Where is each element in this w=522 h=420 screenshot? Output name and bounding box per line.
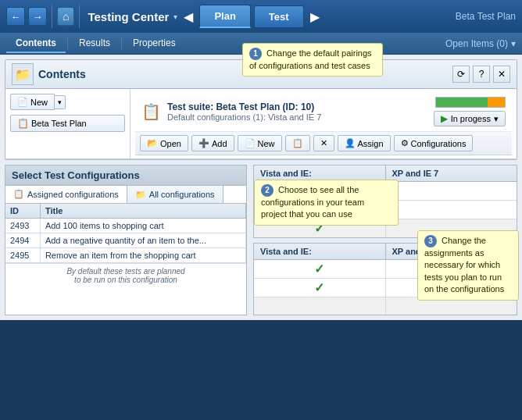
state-label: In progess — [451, 114, 491, 123]
callout-num-1: 1 — [249, 48, 262, 60]
help-button[interactable]: ? — [473, 66, 490, 83]
all-icon: 📁 — [135, 190, 146, 200]
assign-button[interactable]: 👤 Assign — [338, 135, 391, 151]
new-suite-icon: 📄 — [245, 138, 256, 148]
add-button[interactable]: ➕ Add — [191, 135, 234, 151]
copy-button[interactable]: 📋 — [285, 135, 310, 151]
grid2-r2c1: ✓ — [254, 279, 386, 297]
tab-test[interactable]: Test — [254, 5, 304, 28]
sec-separator2 — [121, 37, 122, 50]
col-id: ID — [5, 204, 40, 219]
grid2-col1: Vista and IE: — [254, 244, 386, 259]
config-tabs: 📋 Assigned configurations 📁 All configur… — [5, 186, 246, 204]
config-table: ID Title 2493 Add 100 items to shopping … — [5, 204, 246, 263]
suite-sub: Default configurations (1): Vista and IE… — [167, 112, 427, 122]
callout-3: 3 Change the assignments as necessary fo… — [417, 230, 519, 301]
callout-num-2: 2 — [261, 184, 274, 197]
check-icon: ✓ — [314, 280, 324, 295]
assigned-configs-tab[interactable]: 📋 Assigned configurations — [5, 186, 127, 203]
state-dropdown[interactable]: ▾ — [494, 114, 499, 124]
callout-2: 2 Choose to see all the configurations i… — [254, 180, 399, 226]
contents-icon: 📁 — [12, 63, 34, 85]
table-row[interactable]: 2495 Remove an item from the shopping ca… — [5, 248, 246, 263]
sec-tab-contents[interactable]: Contents — [6, 34, 66, 53]
open-icon: 📂 — [147, 138, 158, 148]
config-note: By default these tests are plannedto be … — [5, 263, 246, 287]
right-chevron[interactable]: ▶ — [307, 9, 323, 24]
open-items: Open Items (0) ▾ — [445, 38, 516, 49]
forward-button[interactable]: → — [28, 7, 47, 26]
table-row[interactable]: 2494 Add a negative quantity of an item … — [5, 233, 246, 248]
add-icon: ➕ — [198, 138, 209, 148]
table-row[interactable]: 2493 Add 100 items to shopping cart — [5, 219, 246, 233]
grid2-r3c1 — [254, 297, 386, 315]
check-icon: ✓ — [314, 262, 324, 276]
configurations-button[interactable]: ⚙ Configurations — [394, 135, 474, 151]
config-panel-header: Select Test Configurations — [5, 166, 246, 186]
config-panel: Select Test Configurations 📋 Assigned co… — [5, 165, 247, 315]
assign-icon: 👤 — [345, 138, 356, 148]
right-label: Beta Test Plan — [456, 11, 516, 22]
state-badge: ▶ In progess ▾ — [434, 111, 506, 126]
copy-icon: 📋 — [292, 138, 303, 148]
nav-separator — [52, 5, 52, 28]
grid2-r1c1: ✓ — [254, 260, 386, 278]
sec-tab-results[interactable]: Results — [70, 34, 120, 53]
refresh-button[interactable]: ⟳ — [452, 66, 470, 83]
progress-bar — [435, 97, 506, 108]
app-title: Testing Center — [88, 10, 169, 23]
new-icon: 📄 — [17, 97, 28, 107]
progress-orange — [488, 98, 505, 107]
progress-green — [436, 98, 488, 107]
open-items-dropdown[interactable]: ▾ — [511, 38, 516, 49]
config-icon: ⚙ — [401, 138, 409, 148]
new-suite-button[interactable]: 📄 New — [238, 135, 282, 151]
new-btn-wrap: 📄 New ▾ — [10, 94, 66, 110]
suite-row: 📋 Test suite: Beta Test Plan (ID: 10) De… — [135, 92, 512, 132]
play-icon: ▶ — [441, 113, 448, 124]
grid1-r1c2 — [386, 182, 517, 200]
sec-tab-properties[interactable]: Properties — [123, 34, 185, 53]
callout-1: 1 Change the default pairings of configu… — [242, 43, 383, 77]
col-title: Title — [40, 204, 245, 219]
new-dropdown-arrow[interactable]: ▾ — [55, 95, 66, 109]
beta-test-plan-item[interactable]: 📋 Beta Test Plan — [10, 115, 125, 132]
sec-separator — [67, 37, 68, 50]
left-chevron[interactable]: ◀ — [181, 9, 196, 24]
app-dropdown-arrow[interactable]: ▾ — [173, 12, 177, 21]
suite-toolbar: 📂 Open ➕ Add 📄 New 📋 — [135, 132, 512, 155]
callout-num-3: 3 — [424, 235, 437, 247]
back-button[interactable]: ← — [6, 7, 25, 26]
close-button[interactable]: ✕ — [493, 66, 510, 83]
suite-icon: 📋 — [141, 102, 161, 121]
all-configs-tab[interactable]: 📁 All configurations — [127, 186, 223, 203]
assigned-icon: 📋 — [13, 189, 24, 199]
tab-plan[interactable]: Plan — [199, 5, 250, 28]
delete-button[interactable]: ✕ — [313, 135, 334, 151]
grid1-col2: XP and IE 7 — [386, 166, 517, 181]
open-button[interactable]: 📂 Open — [140, 135, 188, 151]
grid1-col1: Vista and IE: — [254, 166, 386, 181]
header-actions: ⟳ ? ✕ — [452, 66, 510, 83]
top-nav: ← → ⌂ Testing Center ▾ ◀ Plan Test ▶ Bet… — [0, 0, 522, 33]
suite-icon: 📋 — [17, 118, 29, 129]
delete-icon: ✕ — [320, 138, 327, 148]
grid1-r2c2 — [386, 201, 517, 219]
new-button[interactable]: 📄 New — [10, 94, 55, 110]
suite-title: Test suite: Beta Test Plan (ID: 10) — [167, 101, 427, 112]
nav-separator2 — [79, 5, 80, 28]
suite-info: Test suite: Beta Test Plan (ID: 10) Defa… — [167, 101, 427, 122]
home-button[interactable]: ⌂ — [57, 7, 74, 26]
